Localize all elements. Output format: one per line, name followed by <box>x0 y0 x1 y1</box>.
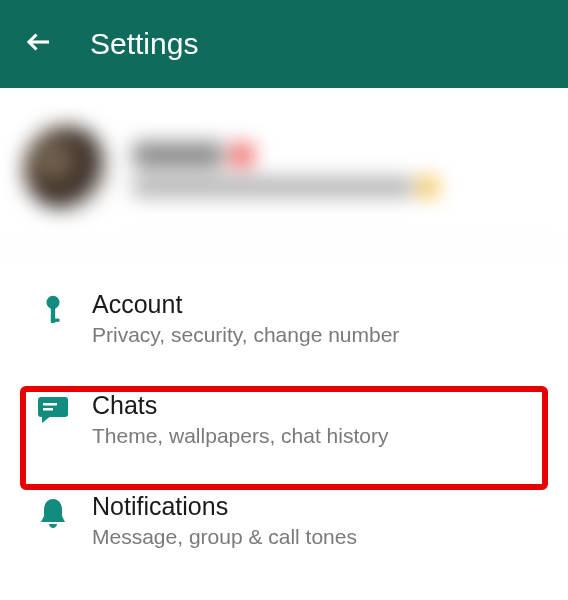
heart-icon <box>231 144 253 166</box>
page-title: Settings <box>90 27 198 61</box>
emoji-icon <box>419 178 437 196</box>
profile-status <box>133 178 413 196</box>
svg-rect-7 <box>43 408 53 411</box>
item-title: Account <box>92 290 544 319</box>
item-subtitle: Message, group & call tones <box>92 525 544 549</box>
profile-section[interactable] <box>0 88 568 250</box>
app-header: Settings <box>0 0 568 88</box>
svg-rect-4 <box>38 397 68 417</box>
item-title: Notifications <box>92 492 544 521</box>
bell-icon <box>24 492 82 530</box>
settings-item-chats[interactable]: Chats Theme, wallpapers, chat history <box>0 371 568 472</box>
svg-rect-6 <box>43 403 57 406</box>
profile-avatar <box>24 126 109 211</box>
profile-info <box>133 142 544 196</box>
item-title: Chats <box>92 391 544 420</box>
key-icon <box>24 290 82 328</box>
chat-icon <box>24 391 82 425</box>
item-subtitle: Privacy, security, change number <box>92 323 544 347</box>
svg-rect-3 <box>51 319 60 322</box>
settings-list: Account Privacy, security, change number… <box>0 250 568 573</box>
back-button[interactable] <box>24 27 54 61</box>
settings-item-account[interactable]: Account Privacy, security, change number <box>0 270 568 371</box>
back-arrow-icon <box>24 27 54 57</box>
item-subtitle: Theme, wallpapers, chat history <box>92 424 544 448</box>
profile-name <box>133 142 223 168</box>
settings-item-notifications[interactable]: Notifications Message, group & call tone… <box>0 472 568 573</box>
